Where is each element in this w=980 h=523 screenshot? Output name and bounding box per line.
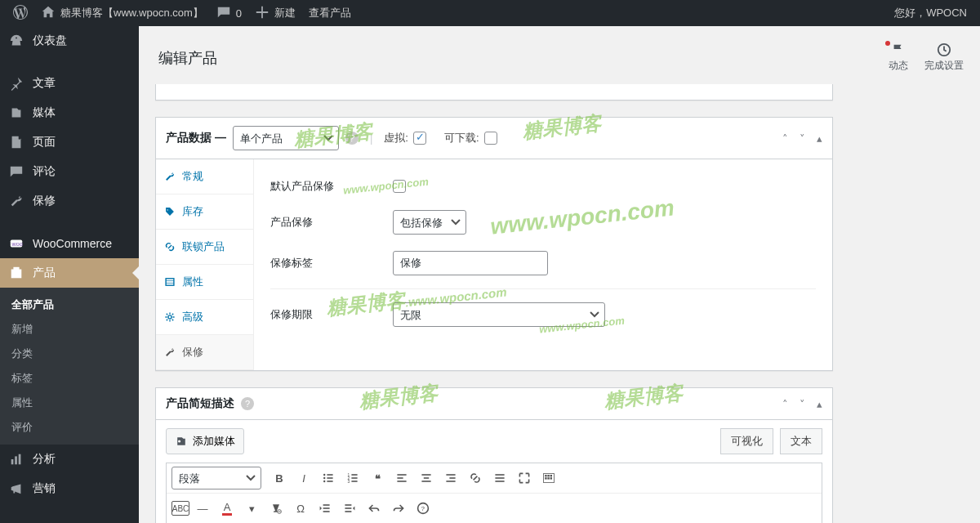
admin-sidebar: 仪表盘 文章 媒体 页面 评论 保修 wooWooCommerce 产品 全部产… [0,26,139,523]
sidebar-item-woocommerce[interactable]: wooWooCommerce [0,229,139,258]
comments-link[interactable]: 0 [210,0,248,26]
page-title: 编辑产品 [158,48,217,68]
help-button[interactable]: ? [412,497,434,520]
svg-rect-40 [550,477,552,479]
submenu-add-new[interactable]: 新增 [0,317,139,342]
link-button[interactable] [464,467,487,489]
product-warranty-label: 产品保修 [270,215,376,230]
submenu-attributes[interactable]: 属性 [0,391,139,415]
submenu-categories[interactable]: 分类 [0,342,139,366]
move-down-icon[interactable]: ˅ [800,132,805,145]
tab-advanced[interactable]: 高级 [156,300,253,335]
undo-button[interactable] [363,497,385,520]
product-warranty-select[interactable]: 包括保修 [393,210,466,235]
number-list-button[interactable]: 123 [341,467,364,489]
move-up-icon[interactable]: ˄ [782,132,788,145]
tab-general[interactable]: 常规 [156,159,253,194]
fullscreen-button[interactable] [513,467,536,489]
wp-logo[interactable] [7,0,34,26]
sidebar-item-analytics[interactable]: 分析 [0,445,139,474]
blockquote-button[interactable]: ❝ [366,467,389,489]
submenu-tags[interactable]: 标签 [0,366,139,391]
toggle-icon[interactable]: ▴ [817,398,822,410]
svg-rect-15 [327,481,332,482]
sidebar-item-warranty[interactable]: 保修 [0,186,139,216]
color-dropdown-icon[interactable]: ▾ [240,497,263,520]
svg-rect-4 [11,459,14,464]
hr-button[interactable]: — [191,497,214,520]
sidebar-item-products[interactable]: 产品 [0,258,139,288]
svg-rect-43 [323,507,330,509]
svg-text:woo: woo [11,240,23,248]
svg-rect-27 [421,481,430,482]
sidebar-item-comments[interactable]: 评论 [0,157,139,186]
help-icon[interactable]: ? [345,132,359,145]
warranty-term-select[interactable]: 无限 [393,302,605,327]
activity-button[interactable]: 动态 [889,42,908,73]
new-label: 新建 [274,6,296,20]
svg-rect-30 [446,481,455,482]
svg-rect-25 [421,474,430,476]
toolbar-toggle-button[interactable] [537,467,560,489]
svg-rect-46 [345,507,351,509]
dashboard-icon [8,33,24,49]
special-char-button[interactable]: Ω [289,497,312,520]
abc-button[interactable]: ABC [172,501,189,516]
svg-rect-42 [323,504,330,506]
svg-rect-36 [547,475,549,476]
align-left-button[interactable] [390,467,413,489]
svg-rect-29 [449,477,455,479]
tab-warranty[interactable]: 保修 [156,335,253,370]
submenu-all-products[interactable]: 全部产品 [0,293,139,317]
editor-tab-visual[interactable]: 可视化 [720,428,773,454]
move-down-icon[interactable]: ˅ [800,398,805,410]
new-content-link[interactable]: 新建 [248,0,302,26]
format-select[interactable]: 段落 [172,467,261,489]
warranty-tag-label: 保修标签 [270,256,376,270]
downloadable-checkbox[interactable] [484,132,497,145]
svg-rect-47 [345,511,351,512]
sidebar-item-dashboard[interactable]: 仪表盘 [0,26,139,56]
help-icon[interactable]: ? [241,397,254,410]
finish-setup-button[interactable]: 完成设置 [924,42,964,73]
howdy-link[interactable]: 您好，WPOCN [888,0,973,26]
svg-rect-37 [550,475,552,476]
editor-tab-text[interactable]: 文本 [780,428,822,454]
short-description-box: 产品简短描述 ? ˄ ˅ ▴ 添加媒体 可视化 文本 段落 B [155,387,833,523]
bullet-list-button[interactable] [317,467,340,489]
bold-button[interactable]: B [268,467,291,489]
align-center-button[interactable] [415,467,438,489]
site-name-link[interactable]: 糖果博客【www.wpocn.com】 [34,0,210,26]
svg-rect-19 [351,477,357,479]
tab-inventory[interactable]: 库存 [156,194,253,230]
indent-button[interactable] [338,497,361,520]
view-product-link[interactable]: 查看产品 [302,0,358,26]
product-type-select[interactable]: 单个产品 [233,126,339,150]
svg-rect-21 [351,481,357,482]
svg-rect-22 [397,474,406,476]
warranty-tag-input[interactable] [393,251,548,275]
clear-format-button[interactable] [265,497,287,520]
align-right-button[interactable] [439,467,462,489]
add-media-button[interactable]: 添加媒体 [166,428,244,454]
sidebar-item-pages[interactable]: 页面 [0,127,139,157]
downloadable-label: 可下载: [444,131,479,145]
sidebar-item-posts[interactable]: 文章 [0,69,139,98]
default-warranty-checkbox[interactable] [393,180,406,193]
text-color-button[interactable]: A [216,497,238,520]
previous-postbox-stub [155,84,833,101]
italic-button[interactable]: I [292,467,315,489]
redo-button[interactable] [387,497,410,520]
move-up-icon[interactable]: ˄ [782,398,788,410]
link-icon [164,241,176,253]
tab-attributes[interactable]: 属性 [156,265,253,300]
svg-text:?: ? [421,505,425,512]
tab-linked[interactable]: 联锁产品 [156,230,253,265]
virtual-checkbox[interactable] [413,132,426,145]
sidebar-item-marketing[interactable]: 营销 [0,474,139,503]
outdent-button[interactable] [314,497,336,520]
toggle-icon[interactable]: ▴ [817,132,822,145]
more-button[interactable] [488,467,511,489]
submenu-reviews[interactable]: 评价 [0,415,139,440]
sidebar-item-media[interactable]: 媒体 [0,98,139,127]
